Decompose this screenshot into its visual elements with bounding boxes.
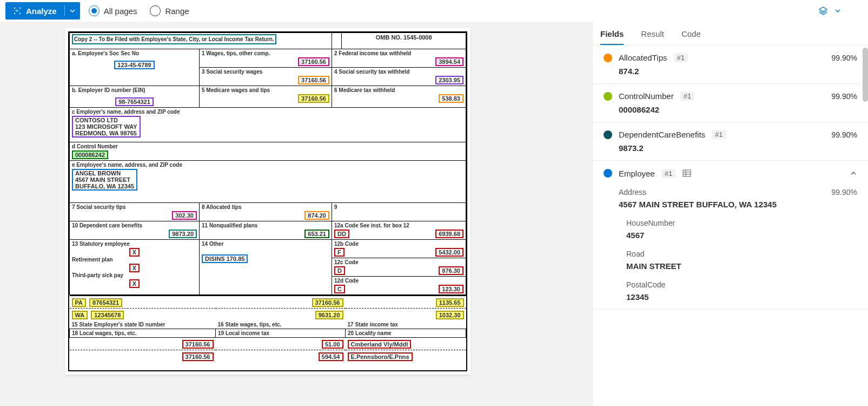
subfield-Road: RoadMAIN STREET bbox=[626, 250, 857, 271]
chevron-down-icon bbox=[834, 8, 841, 14]
subfield-label: PostalCode bbox=[626, 280, 665, 289]
field-value: 874.2 bbox=[619, 67, 857, 76]
field-DependentCareBenefits[interactable]: DependentCareBenefits #199.90%9873.2 bbox=[593, 122, 868, 161]
field-confidence: 99.90% bbox=[832, 130, 857, 139]
table-icon[interactable] bbox=[682, 168, 692, 178]
page-radio-group: All pages Range bbox=[89, 5, 189, 16]
analyze-icon bbox=[13, 6, 22, 15]
analyze-button[interactable]: Analyze bbox=[5, 2, 80, 19]
field-name-label: ControlNumber bbox=[619, 91, 674, 101]
svg-rect-1 bbox=[14, 8, 15, 9]
analyze-dropdown[interactable] bbox=[65, 2, 80, 19]
toolbar: Analyze All pages Range bbox=[0, 0, 868, 22]
layer-controls[interactable] bbox=[818, 6, 841, 16]
sidebar-tabs: Fields Result Code bbox=[593, 22, 868, 45]
svg-rect-8 bbox=[16, 10, 16, 12]
svg-rect-11 bbox=[683, 170, 691, 176]
radio-range[interactable]: Range bbox=[150, 5, 189, 16]
field-name-label: AllocatedTips bbox=[619, 53, 667, 62]
field-value: 000086242 bbox=[619, 105, 857, 114]
field-color-dot bbox=[604, 130, 612, 139]
subfield-label: Road bbox=[626, 250, 644, 258]
tab-result[interactable]: Result bbox=[641, 29, 664, 45]
field-name-label: Employee bbox=[619, 169, 655, 178]
field-value: 9873.2 bbox=[619, 143, 857, 153]
field-Employee[interactable]: Employee #1Address99.90%4567 MAIN STREET… bbox=[593, 161, 868, 310]
analyze-label: Analyze bbox=[26, 6, 57, 16]
field-badge: #1 bbox=[680, 91, 694, 101]
field-badge: #1 bbox=[712, 130, 726, 139]
document-viewer[interactable]: Copy 2 -- To Be Filed with Employee's St… bbox=[0, 22, 592, 406]
field-confidence: 99.90% bbox=[832, 92, 857, 101]
document-page: Copy 2 -- To Be Filed with Employee's St… bbox=[65, 28, 471, 375]
fields-list[interactable]: AllocatedTips #199.90%874.2 ControlNumbe… bbox=[593, 45, 868, 406]
subfield-PostalCode: PostalCode12345 bbox=[626, 280, 857, 302]
subfield-value: MAIN STREET bbox=[626, 261, 857, 271]
results-sidebar: Fields Result Code AllocatedTips #199.90… bbox=[592, 22, 868, 406]
subfield-HouseNumber: HouseNumber4567 bbox=[626, 219, 857, 240]
subfield-label: HouseNumber bbox=[626, 219, 675, 227]
field-confidence: 99.90% bbox=[832, 54, 857, 62]
subfield-value: 4567 MAIN STREET BUFFALO, WA 12345 bbox=[619, 200, 857, 209]
svg-rect-7 bbox=[20, 12, 21, 14]
svg-rect-3 bbox=[20, 8, 21, 9]
tab-code[interactable]: Code bbox=[681, 29, 701, 45]
svg-rect-10 bbox=[18, 10, 18, 12]
field-name-label: DependentCareBenefits bbox=[619, 130, 705, 139]
layers-icon bbox=[818, 6, 828, 16]
subfield-Address: Address99.90%4567 MAIN STREET BUFFALO, W… bbox=[619, 188, 857, 209]
chevron-down-icon bbox=[69, 8, 76, 14]
subfield-value: 12345 bbox=[626, 292, 857, 302]
field-badge: #1 bbox=[661, 169, 675, 178]
field-color-dot bbox=[604, 169, 612, 178]
field-badge: #1 bbox=[674, 53, 688, 62]
svg-rect-5 bbox=[14, 12, 15, 14]
scrollbar[interactable] bbox=[863, 48, 868, 102]
subfield-label: Address bbox=[619, 188, 646, 197]
subfield-value: 4567 bbox=[626, 231, 857, 240]
field-ControlNumber[interactable]: ControlNumber #199.90%000086242 bbox=[593, 84, 868, 122]
subfield-confidence: 99.90% bbox=[832, 188, 857, 197]
svg-rect-9 bbox=[17, 9, 17, 12]
radio-all-pages[interactable]: All pages bbox=[89, 5, 137, 16]
tab-fields[interactable]: Fields bbox=[600, 29, 624, 45]
field-color-dot bbox=[604, 92, 612, 101]
field-AllocatedTips[interactable]: AllocatedTips #199.90%874.2 bbox=[593, 45, 868, 84]
chevron-up-icon[interactable] bbox=[850, 169, 857, 177]
field-color-dot bbox=[604, 54, 612, 62]
